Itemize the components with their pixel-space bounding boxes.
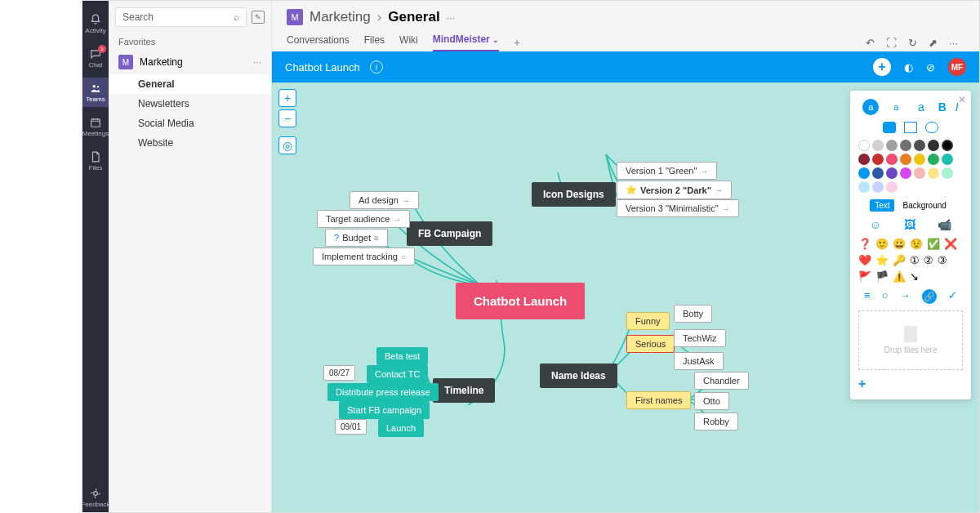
node-serious[interactable]: Serious [626,335,675,353]
node-version-3[interactable]: Version 3 "Minimalistic"→ [617,199,739,217]
color-swatch[interactable] [928,167,939,179]
color-swatch[interactable] [900,154,911,165]
emoji-option[interactable]: ⚠️ [893,270,906,283]
emoji-option[interactable]: 😟 [910,238,923,250]
team-row[interactable]: M Marketing ··· [109,50,271,74]
rel-link-icon[interactable]: 🔗 [922,289,937,304]
node-contact-tc[interactable]: Contact TC [367,365,428,383]
emoji-option[interactable]: ❌ [944,238,957,250]
tab-overflow-icon[interactable]: ··· [949,37,958,49]
rail-meetings[interactable]: Meetings [82,112,109,141]
color-swatch[interactable] [914,140,925,151]
color-swatch[interactable] [858,154,870,165]
color-swatch[interactable] [872,167,884,179]
shape-rounded[interactable] [883,122,896,133]
emoji-option[interactable]: ✅ [927,238,940,250]
rail-feedback[interactable]: Feedback [82,483,109,512]
emoji-option[interactable]: 🙂 [875,238,889,250]
node-version-1[interactable]: Version 1 "Green"→ [617,162,717,180]
color-swatch[interactable] [886,154,898,165]
panel-add-button[interactable]: + [858,377,866,390]
expand-icon[interactable]: ⛶ [886,37,897,49]
emoji-option[interactable]: ③ [938,254,947,266]
node-date-2[interactable]: 09/01 [335,419,367,435]
apply-background[interactable]: Background [898,199,951,212]
node-otto[interactable]: Otto [694,392,729,410]
node-techwiz[interactable]: TechWiz [674,329,726,347]
info-icon[interactable]: i [370,60,383,74]
color-swatch[interactable] [942,167,953,179]
channel-more-icon[interactable]: ··· [447,11,456,24]
rail-teams[interactable]: Teams [82,78,109,107]
channel-social-media[interactable]: Social Media [109,114,271,133]
emoji-option[interactable]: ② [924,254,933,266]
color-swatch[interactable] [886,167,898,179]
mindmap-canvas[interactable]: + − ◎ Chatbot Launch FB Campaign Ad desi… [272,83,979,512]
channel-website[interactable]: Website [109,133,271,153]
node-first-names[interactable]: First names [626,391,691,409]
node-name-ideas[interactable]: Name Ideas [540,364,617,388]
emoji-option[interactable]: ❓ [858,238,871,250]
color-swatch[interactable] [886,181,898,193]
color-swatch[interactable] [858,167,870,179]
tab-files[interactable]: Files [364,34,385,51]
rel-line-icon[interactable]: ≡ [864,289,871,304]
shape-pill[interactable] [925,122,938,133]
tab-wiki[interactable]: Wiki [399,34,418,51]
image-icon[interactable]: 🖼 [904,218,915,231]
node-justask[interactable]: JustAsk [674,352,724,370]
shape-rect[interactable] [904,122,917,133]
user-avatar[interactable]: MF [948,58,966,76]
color-swatch[interactable] [872,140,884,151]
tab-mindmeister[interactable]: MindMeister ⌄ [433,33,499,51]
emoji-option[interactable]: ① [910,254,920,266]
rel-arrow-icon[interactable]: → [900,289,911,304]
font-size-large[interactable]: a [913,99,929,115]
node-budget[interactable]: ?Budget≡ [325,229,388,247]
search-input[interactable]: Search ⌕ [115,7,247,27]
color-swatch[interactable] [928,154,939,165]
compose-button[interactable]: ✎ [252,11,265,24]
font-size-small[interactable]: a [862,99,879,115]
bold-button[interactable]: B [938,100,947,114]
node-timeline[interactable]: Timeline [433,378,495,403]
tab-conversations[interactable]: Conversations [287,34,350,51]
close-icon[interactable]: ✕ [958,94,966,105]
emoji-option[interactable]: ↘ [910,270,919,283]
node-icon-designs[interactable]: Icon Designs [532,182,616,207]
color-swatch[interactable] [858,140,870,151]
color-swatch[interactable] [914,167,925,179]
present-icon[interactable]: ◐ [904,61,913,74]
zoom-out-button[interactable]: − [278,109,296,127]
emoji-option[interactable]: 🔑 [893,254,906,266]
node-funny[interactable]: Funny [626,312,670,330]
color-swatch[interactable] [942,154,953,165]
emoji-option[interactable]: ❤️ [858,254,871,266]
font-size-med[interactable]: a [888,99,904,115]
color-swatch[interactable] [900,140,911,151]
emoji-option[interactable]: 🚩 [858,270,871,283]
zoom-in-button[interactable]: + [278,89,296,107]
channel-general[interactable]: General [109,74,271,94]
node-launch[interactable]: Launch [378,419,424,437]
emoji-option[interactable]: 🏴 [875,270,889,283]
file-drop-zone[interactable]: Drop files here [858,310,963,370]
node-ad-design[interactable]: Ad design→ [350,191,419,209]
block-icon[interactable]: ⊘ [926,61,935,74]
node-botty[interactable]: Botty [674,305,712,323]
team-more-icon[interactable]: ··· [253,56,261,68]
node-robby[interactable]: Robby [694,413,738,430]
node-start-fb[interactable]: Start FB campaign [339,401,430,419]
node-chandler[interactable]: Chandler [694,372,749,390]
color-swatch[interactable] [942,140,953,151]
node-date-1[interactable]: 08/27 [323,365,355,381]
node-implement-tracking[interactable]: Implement tracking○ [313,248,415,265]
rail-files[interactable]: Files [82,146,109,176]
node-target-audience[interactable]: Target audience→ [317,210,410,228]
color-swatch[interactable] [886,140,898,151]
apply-text[interactable]: Text [870,199,894,212]
channel-newsletters[interactable]: Newsletters [109,94,271,114]
color-swatch[interactable] [858,181,870,193]
node-press-release[interactable]: Distribute press release [327,383,439,401]
popout-icon[interactable]: ⬈ [929,37,938,49]
